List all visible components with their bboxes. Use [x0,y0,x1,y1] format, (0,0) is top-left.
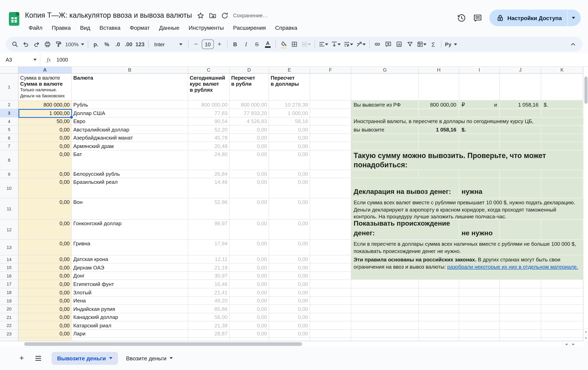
cell-H20[interactable] [419,305,459,313]
cell-G10-declaration-label[interactable]: Декларация на вывоз денег: [351,178,459,198]
row-header-10[interactable]: 10 [0,178,19,198]
cell-K20[interactable] [541,305,583,313]
row-header-18[interactable]: 18 [0,288,19,297]
cell-F20[interactable] [310,305,351,313]
row-header-6[interactable]: 6 [0,134,19,142]
cell-F3[interactable] [310,109,351,117]
cell-D9[interactable]: 0,00 [230,170,269,178]
cell-D2[interactable]: 800 000,00 [230,100,269,109]
redo-icon[interactable] [32,39,42,50]
cell-G23[interactable] [351,330,419,338]
cell-B13[interactable]: Гривна [72,240,188,255]
cell-C20[interactable]: 85,86 [188,305,230,313]
cell-E7[interactable]: 0,00 [269,142,310,150]
menu-6[interactable]: Данные [156,23,183,32]
cell-B15[interactable]: Дирхам ОАЭ [72,263,188,272]
print-icon[interactable] [42,39,53,50]
cell-F23[interactable] [310,330,351,338]
cell-I24[interactable] [459,338,500,341]
cell-B21[interactable]: Канадский доллар [72,313,188,321]
column-header-G[interactable]: G [351,67,419,74]
row-header-5[interactable]: 5 [0,125,19,134]
insert-comment-icon[interactable] [383,39,393,50]
cell-A1[interactable]: Сумма в валютеСумма в валютеТолько налич… [19,74,72,100]
cell-K6[interactable] [541,134,583,142]
format-currency-button[interactable]: р. [91,39,101,50]
cell-B14[interactable]: Датская крона [72,255,188,263]
cell-C8[interactable]: 24,80 [188,150,230,170]
cell-B23[interactable]: Лари [72,330,188,338]
menu-2[interactable]: Правка [48,23,74,32]
cell-E15[interactable]: 0,00 [269,263,310,272]
cell-G12-origin-label[interactable]: Показывать происхождение денег: [351,220,459,240]
menu-9[interactable]: Справка [272,23,301,32]
cell-E1[interactable]: Пересчетв доллары [269,74,310,100]
cell-A4[interactable]: 50,00 [19,117,72,125]
cell-E16[interactable]: 0,00 [269,272,310,280]
cell-E3[interactable]: 1 000,00 [269,109,310,117]
cell-C10[interactable]: 14,46 [188,178,230,198]
cell-I2[interactable]: ₽и [459,100,500,109]
cell-J1[interactable] [500,74,541,100]
cell-H9[interactable] [419,170,459,178]
cell-G18[interactable] [351,288,419,297]
horizontal-scrollbar-thumb[interactable] [24,342,302,346]
cell-K18[interactable] [541,288,583,297]
cell-D1[interactable]: Пересчетв рубли [230,74,269,100]
column-header-J[interactable]: J [500,67,541,74]
cell-I6[interactable] [459,134,500,142]
cell-C22[interactable]: 21,38 [188,321,230,330]
row-header-24[interactable] [0,338,19,341]
menu-5[interactable]: Формат [126,23,153,32]
cell-E20[interactable]: 0,00 [269,305,310,313]
move-folder-icon[interactable] [209,12,216,19]
borders-icon[interactable] [289,39,300,50]
cell-C12[interactable]: 99,97 [188,220,230,240]
cell-C15[interactable]: 21,19 [188,263,230,272]
cell-B20[interactable]: Индийская рупия [72,305,188,313]
cell-H21[interactable] [419,313,459,321]
cell-B19[interactable]: Иена [72,297,188,305]
cell-F18[interactable] [310,288,351,297]
cell-F14[interactable] [310,255,351,263]
scroll-right-icon[interactable]: ▶ [570,341,577,347]
row-header-20[interactable]: 20 [0,305,19,313]
cell-I18[interactable] [459,288,500,297]
cell-H1[interactable] [419,74,459,100]
horizontal-align-icon[interactable] [317,39,329,50]
cell-A20[interactable]: 0,00 [19,305,72,313]
cell-E9[interactable]: 0,00 [269,170,310,178]
cell-J24[interactable] [500,338,541,341]
cell-D13[interactable]: 0,00 [230,240,269,255]
cell-A5[interactable]: 0,00 [19,125,72,134]
cell-F15[interactable] [310,263,351,272]
tab-menu-icon[interactable] [169,357,173,359]
cell-G11-declaration-note[interactable]: Если сумма всех валют вместе с рублями п… [351,198,583,220]
cell-B5[interactable]: Австралийский доллар [72,125,188,134]
cell-G7[interactable] [351,142,419,150]
cell-I19[interactable] [459,297,500,305]
column-header-F[interactable]: F [310,67,351,74]
text-rotation-icon[interactable] [355,39,367,50]
cell-H2[interactable]: 800 000,00 [419,100,459,109]
cell-D18[interactable]: 0,00 [230,288,269,297]
menu-3[interactable]: Вид [76,23,94,32]
search-icon[interactable] [10,39,20,50]
row-header-22[interactable]: 22 [0,321,19,330]
cell-C18[interactable]: 21,41 [188,288,230,297]
row-header-12[interactable]: 12 [0,220,19,240]
cell-A24[interactable] [19,338,72,341]
cell-B3[interactable]: Доллар США [72,109,188,117]
column-header-A[interactable]: A [19,67,72,74]
cell-F8[interactable] [310,150,351,170]
cell-K24[interactable] [541,338,583,341]
cell-G4[interactable]: Иностранной валюты, в пересчете в доллар… [351,117,583,125]
cell-F10[interactable] [310,178,351,198]
cell-J21[interactable] [500,313,541,321]
cell-D22[interactable]: 0,00 [230,321,269,330]
cell-E8[interactable]: 0,00 [269,150,310,170]
scroll-left-icon[interactable]: ◀ [563,341,569,347]
cell-C6[interactable]: 45,78 [188,134,230,142]
italic-button[interactable]: I [241,39,251,50]
strikethrough-button[interactable]: S [252,39,262,50]
